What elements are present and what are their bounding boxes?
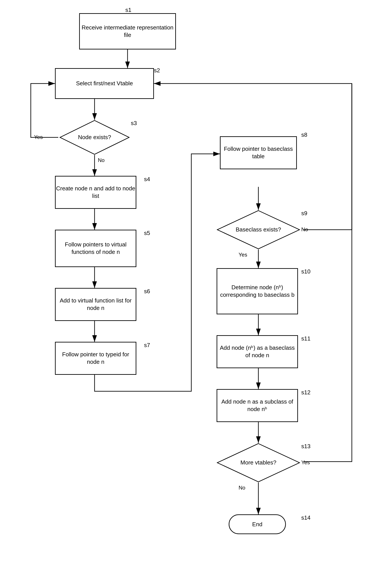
s5-label: s5 — [144, 230, 150, 237]
s8-box: Follow pointer to baseclass table — [220, 136, 297, 169]
diagram-container: s1 Receive intermediate representation f… — [0, 0, 389, 588]
s9-label: s9 — [301, 210, 307, 217]
s3-diamond: Node exists? — [59, 120, 130, 155]
s1-label: s1 — [125, 7, 131, 13]
s14-label: s14 — [301, 514, 311, 521]
s4-box: Create node n and add to node list — [55, 176, 136, 209]
s3-no-label: No — [98, 157, 105, 163]
s10-box: Determine node (nᵇ) corresponding to bas… — [217, 268, 298, 314]
s11-label: s11 — [301, 335, 311, 342]
s1-box: Receive intermediate representation file — [79, 13, 176, 49]
s7-box: Follow pointer to typeid for node n — [55, 342, 136, 375]
s11-box: Add node (nᵇ) as a baseclass of node n — [217, 335, 298, 368]
s3-yes-label: Yes — [34, 134, 43, 140]
s4-label: s4 — [144, 176, 150, 183]
s5-box: Follow pointers to virtual functions of … — [55, 230, 136, 267]
s8-label: s8 — [301, 131, 307, 138]
s7-label: s7 — [144, 342, 150, 349]
s12-label: s12 — [301, 389, 311, 396]
s14-oval: End — [229, 514, 286, 534]
s12-box: Add node n as a subclass of node nᵇ — [217, 389, 298, 422]
s13-diamond: More vtables? — [217, 443, 300, 483]
s6-box: Add to virtual function list for node n — [55, 288, 136, 321]
s13-yes-label: Yes — [301, 459, 310, 465]
s9-diamond: Baseclass exists? — [217, 210, 300, 249]
s13-label: s13 — [301, 443, 311, 450]
s9-no-label: No — [301, 226, 308, 233]
s9-yes-label: Yes — [239, 252, 247, 258]
s13-no-label: No — [239, 485, 245, 491]
s6-label: s6 — [144, 288, 150, 295]
s10-label: s10 — [301, 268, 311, 275]
s2-label: s2 — [154, 67, 160, 74]
s2-box: Select first/next Vtable — [55, 68, 154, 99]
s3-label: s3 — [131, 120, 137, 127]
